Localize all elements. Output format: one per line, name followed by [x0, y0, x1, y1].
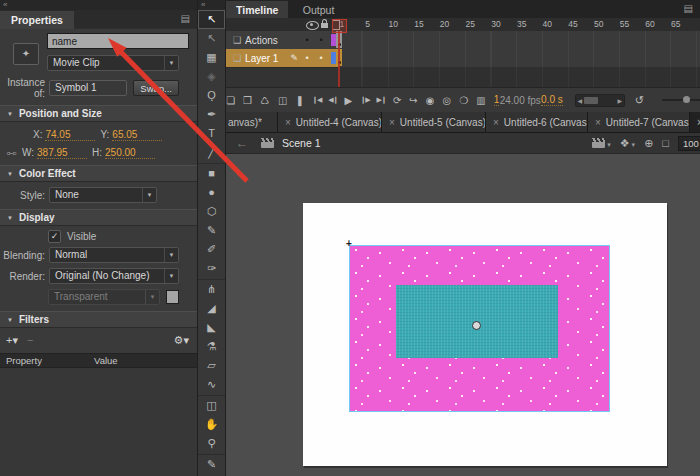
instance-name-input[interactable]: [47, 33, 189, 49]
tab-untitled-4[interactable]: × Untitled-4 (Canvas)*: [278, 112, 382, 132]
onion-skin-button[interactable]: ◉: [426, 95, 435, 106]
close-tab-icon[interactable]: ×: [493, 117, 499, 128]
frames-grid[interactable]: [339, 31, 700, 67]
edit-scene-button[interactable]: [592, 138, 605, 148]
section-header-display[interactable]: ▼Display: [0, 209, 197, 226]
layer-lock-dot[interactable]: •: [314, 53, 328, 63]
current-frame-value[interactable]: 1: [494, 94, 500, 106]
pen-tool[interactable]: ✒: [198, 105, 225, 124]
camera-tool[interactable]: ◫: [198, 395, 225, 415]
collapse-panel-icon[interactable]: «: [201, 0, 205, 9]
stage[interactable]: +: [303, 203, 667, 466]
camera-state-button[interactable]: ❚: [296, 95, 304, 106]
pencil-tool[interactable]: ✎: [198, 221, 225, 240]
filters-table-body[interactable]: [0, 368, 197, 476]
edit-multiple-frames-button[interactable]: ❍: [459, 95, 468, 106]
free-transform-tool[interactable]: ▦: [198, 48, 225, 67]
line-tool[interactable]: ╱: [198, 143, 225, 162]
play-button[interactable]: ▶: [345, 95, 353, 106]
step-forward-button[interactable]: ❙▶: [360, 96, 369, 104]
tab-untitled-8[interactable]: × Untitled-8 (Canva: [690, 112, 700, 132]
camera-button[interactable]: ◫: [278, 95, 287, 106]
ink-bottle-tool[interactable]: ◣: [198, 318, 225, 337]
reset-timeline-zoom-button[interactable]: ↺: [635, 94, 644, 107]
layer-name[interactable]: Actions: [245, 35, 300, 46]
paint-bucket-tool[interactable]: ◢: [198, 299, 225, 318]
panel-menu-icon[interactable]: ▤: [181, 13, 190, 24]
w-value[interactable]: 387.95: [37, 147, 87, 159]
selection-tool[interactable]: ↖: [198, 10, 225, 29]
instance-of-value[interactable]: Symbol 1: [49, 80, 127, 96]
panel-collapse-strip[interactable]: «: [0, 0, 197, 10]
lasso-tool[interactable]: Ǫ: [198, 86, 225, 105]
3d-rotation-tool[interactable]: ◈: [198, 67, 225, 86]
close-tab-icon[interactable]: ×: [389, 117, 395, 128]
brush-tool[interactable]: ✐: [198, 240, 225, 259]
layer-lock-dot[interactable]: •: [314, 35, 328, 45]
scroll-right-icon[interactable]: ▶: [616, 97, 624, 104]
add-filter-button[interactable]: +▾: [6, 334, 18, 347]
rectangle-tool[interactable]: ■: [198, 163, 225, 183]
transformation-point[interactable]: [472, 321, 481, 330]
tab-timeline[interactable]: Timeline: [226, 1, 288, 19]
center-frame-button[interactable]: ↪: [409, 95, 417, 106]
h-value[interactable]: 250.00: [105, 147, 155, 159]
frames-empty-area[interactable]: [339, 67, 700, 88]
elapsed-time-value[interactable]: 0.0 s: [541, 94, 563, 106]
last-frame-button[interactable]: ▶❙: [377, 96, 386, 104]
tab-properties[interactable]: Properties: [0, 11, 74, 29]
back-arrow-icon[interactable]: ←: [236, 136, 248, 150]
eraser-tool[interactable]: ▱: [198, 356, 225, 375]
modify-markers-button[interactable]: ▥: [476, 95, 485, 106]
eyedropper-tool[interactable]: ⚗: [198, 337, 225, 356]
oval-tool[interactable]: ●: [198, 183, 225, 202]
center-stage-button[interactable]: ⊕: [644, 137, 653, 150]
frame-ruler[interactable]: 15101520253035404550556065: [329, 18, 689, 31]
new-layer-button[interactable]: ❏: [226, 95, 235, 106]
x-value[interactable]: 74.05: [45, 129, 95, 141]
layer-row-actions[interactable]: ❑ Actions • •: [226, 31, 339, 50]
layer-name[interactable]: Layer 1: [245, 53, 290, 64]
lock-layers-icon[interactable]: [321, 23, 328, 28]
scene-breadcrumb[interactable]: Scene 1: [282, 137, 321, 149]
new-folder-button[interactable]: ❐: [243, 95, 252, 106]
pasteboard[interactable]: +: [226, 154, 700, 476]
polystar-tool[interactable]: ⬡: [198, 202, 225, 221]
tab-untitled-3[interactable]: anvas)*: [226, 112, 278, 132]
close-tab-icon[interactable]: ×: [595, 117, 601, 128]
edit-symbols-button[interactable]: ❖: [620, 137, 630, 150]
width-tool[interactable]: ∿: [198, 375, 225, 394]
first-frame-button[interactable]: ❙◀: [312, 96, 321, 104]
link-width-height-icon[interactable]: ⧟: [4, 147, 19, 159]
hand-tool[interactable]: ✋: [198, 415, 225, 434]
layer-visible-dot[interactable]: •: [300, 53, 314, 63]
stroke-color-tool[interactable]: ✎: [198, 454, 225, 474]
remove-filter-button[interactable]: −: [27, 334, 33, 346]
swap-button[interactable]: Swap...: [133, 80, 179, 96]
loop-button[interactable]: ⟳: [393, 95, 401, 106]
symbol-type-dropdown[interactable]: Movie Clip ▼: [47, 55, 179, 71]
render-dropdown[interactable]: Original (No Change) ▼: [49, 268, 179, 284]
scroll-left-icon[interactable]: ◀: [576, 97, 584, 104]
blending-dropdown[interactable]: Normal ▼: [49, 247, 179, 263]
tab-output[interactable]: Output: [293, 1, 345, 19]
section-header-filters[interactable]: ▼Filters: [0, 311, 197, 328]
playhead-line[interactable]: [338, 31, 340, 88]
slider-knob[interactable]: [683, 96, 690, 103]
y-value[interactable]: 65.05: [112, 129, 162, 141]
stage-zoom-input[interactable]: 100: [678, 136, 700, 151]
layer-visible-dot[interactable]: •: [300, 35, 314, 45]
tab-untitled-6[interactable]: × Untitled-6 (Canvas)*: [486, 112, 588, 132]
tools-collapse-strip[interactable]: «: [198, 0, 225, 10]
filter-options-gear-button[interactable]: ⚙▾: [174, 334, 189, 347]
panel-menu-icon[interactable]: ▤: [684, 3, 693, 14]
delete-layer-button[interactable]: ♺: [260, 95, 269, 106]
zoom-tool[interactable]: ⚲: [198, 434, 225, 453]
background-color-swatch[interactable]: [166, 290, 179, 304]
style-dropdown[interactable]: None ▼: [49, 187, 157, 203]
paint-brush-tool[interactable]: ✑: [198, 259, 225, 278]
text-tool[interactable]: T: [198, 124, 225, 143]
visible-checkbox[interactable]: ✓: [48, 230, 61, 243]
layer-row-layer1[interactable]: ❑ Layer 1 ✎ • •: [226, 49, 339, 68]
clip-content-button[interactable]: □: [662, 137, 669, 149]
